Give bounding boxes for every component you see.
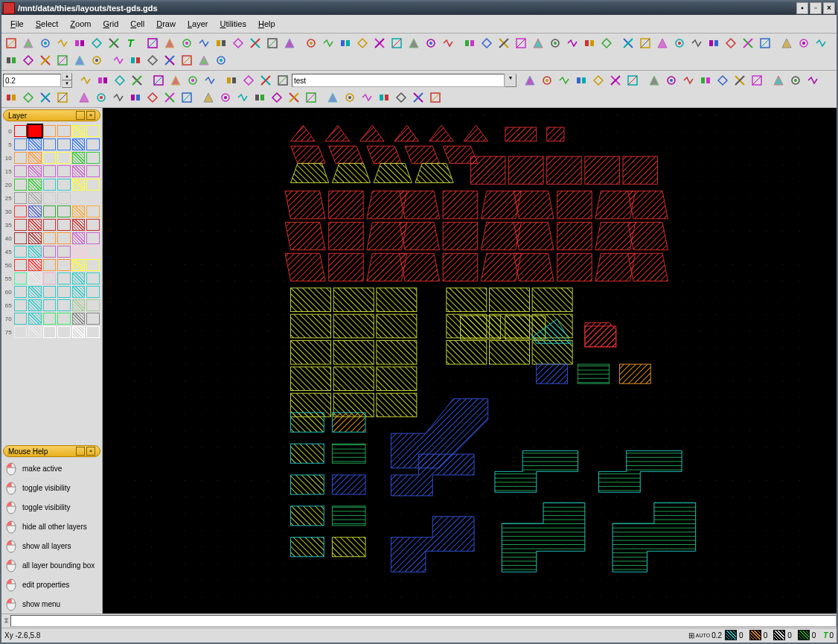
tool-button[interactable] (20, 89, 36, 106)
tool-button[interactable] (688, 35, 705, 51)
menu-file[interactable]: File (4, 18, 30, 30)
layer-cell[interactable] (28, 125, 42, 137)
tool-button[interactable] (179, 52, 195, 68)
tool-button[interactable] (714, 72, 731, 89)
layer-cell[interactable] (14, 138, 28, 150)
menu-grid[interactable]: Grid (97, 18, 124, 30)
tool-button[interactable] (3, 89, 19, 106)
layer-cell[interactable] (57, 286, 71, 298)
layer-cell[interactable] (57, 165, 71, 177)
tool-button[interactable] (406, 35, 422, 51)
layer-cell[interactable] (86, 205, 100, 217)
layer-cell[interactable] (43, 272, 57, 284)
layer-cell[interactable] (86, 299, 100, 311)
layer-cell[interactable] (86, 179, 100, 191)
tool-button[interactable] (461, 35, 478, 51)
layer-cell[interactable] (28, 259, 42, 271)
layer-cell[interactable] (57, 152, 71, 164)
canvas[interactable] (103, 108, 837, 613)
menu-cell[interactable]: Cell (124, 18, 150, 30)
tool-button[interactable] (202, 72, 218, 89)
layer-cell[interactable] (57, 219, 71, 231)
tool-button[interactable] (230, 35, 246, 51)
layer-cell[interactable] (28, 205, 42, 217)
tool-button[interactable] (37, 35, 54, 51)
tool-button[interactable] (663, 72, 679, 89)
tool-button[interactable] (112, 72, 128, 89)
tool-button[interactable] (646, 72, 662, 89)
tool-button[interactable] (513, 35, 529, 51)
layer-cell[interactable] (14, 165, 28, 177)
layer-cell[interactable] (43, 219, 57, 231)
tool-button[interactable] (76, 89, 92, 106)
layer-cell[interactable] (43, 326, 57, 338)
tool-button[interactable] (337, 35, 354, 51)
tool-button[interactable] (573, 72, 589, 89)
layer-cell[interactable] (43, 125, 57, 137)
tool-button[interactable] (54, 35, 71, 51)
tool-button[interactable] (110, 52, 127, 68)
layer-cell[interactable] (14, 286, 28, 298)
tool-button[interactable] (757, 35, 773, 51)
layer-cell[interactable] (43, 232, 57, 244)
layer-cell[interactable] (28, 138, 42, 150)
tool-button[interactable] (179, 89, 195, 106)
tool-button[interactable] (620, 35, 636, 51)
layer-cell[interactable] (72, 138, 86, 150)
layer-cell[interactable] (14, 299, 28, 311)
layer-cell[interactable] (43, 179, 57, 191)
layer-cell[interactable] (14, 125, 28, 137)
layer-cell[interactable] (14, 219, 28, 231)
panel-button[interactable] (76, 111, 85, 120)
layer-cell[interactable] (57, 246, 71, 258)
layer-cell[interactable] (28, 299, 42, 311)
tool-button[interactable] (196, 52, 212, 68)
layer-cell[interactable] (72, 272, 86, 284)
tool-button[interactable] (359, 89, 375, 106)
layer-cell[interactable] (14, 259, 28, 271)
layer-cell[interactable] (57, 138, 71, 150)
tool-button[interactable] (770, 72, 787, 89)
tool-button[interactable] (281, 35, 298, 51)
tool-button[interactable] (54, 52, 71, 68)
tool-button[interactable] (778, 35, 795, 51)
tool-button[interactable] (376, 89, 392, 106)
grid-size-field[interactable] (3, 74, 61, 87)
layer-panel-header[interactable]: Layer × (3, 109, 100, 121)
tool-button[interactable] (129, 72, 145, 89)
minimize-button[interactable]: ▪ (796, 2, 808, 14)
tool-button[interactable] (732, 72, 748, 89)
layer-cell[interactable] (57, 205, 71, 217)
tool-button[interactable] (388, 35, 405, 51)
layer-cell[interactable] (43, 259, 57, 271)
panel-close-button[interactable]: × (86, 447, 95, 456)
tool-button[interactable] (144, 35, 161, 51)
tool-button[interactable] (37, 89, 54, 106)
tool-button[interactable] (264, 35, 281, 51)
tool-button[interactable] (258, 72, 274, 89)
layer-cell[interactable] (14, 313, 28, 325)
tool-button[interactable] (77, 72, 94, 89)
layer-cell[interactable] (86, 272, 100, 284)
tool-button[interactable] (200, 89, 217, 106)
tool-button[interactable] (547, 35, 563, 51)
layer-cell[interactable] (57, 259, 71, 271)
spin-down[interactable]: ▼ (62, 80, 72, 88)
tool-button[interactable] (234, 89, 251, 106)
tool-button[interactable] (590, 72, 607, 89)
layer-cell[interactable] (57, 272, 71, 284)
tool-button[interactable] (110, 89, 127, 106)
tool-button[interactable] (275, 72, 291, 89)
layer-cell[interactable] (86, 259, 100, 271)
tool-button[interactable] (393, 89, 409, 106)
layer-cell[interactable] (14, 272, 28, 284)
layer-cell[interactable] (28, 313, 42, 325)
layer-cell[interactable] (57, 313, 71, 325)
tool-button[interactable] (144, 52, 161, 68)
tool-button[interactable] (213, 35, 229, 51)
layer-cell[interactable] (57, 179, 71, 191)
layer-cell[interactable] (86, 138, 100, 150)
tool-button[interactable] (213, 52, 229, 68)
tool-button[interactable] (93, 89, 109, 106)
tool-button[interactable] (161, 89, 178, 106)
